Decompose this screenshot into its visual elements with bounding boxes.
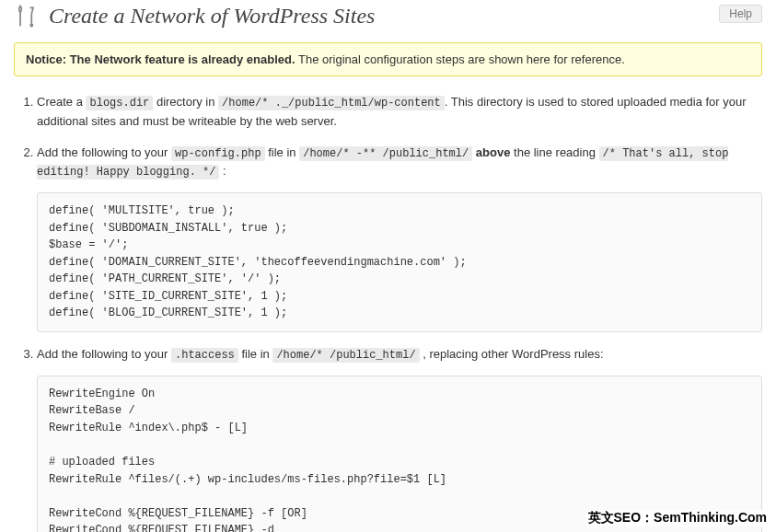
step-2: Add the following to your wp-config.php … bbox=[37, 144, 762, 332]
step-3: Add the following to your .htaccess file… bbox=[37, 345, 762, 532]
title-wrap: Create a Network of WordPress Sites bbox=[14, 2, 375, 29]
notice-strong: Notice: The Network feature is already e… bbox=[26, 52, 295, 66]
watermark: 英文SEO：SemThinking.Com bbox=[586, 510, 769, 526]
tools-icon bbox=[14, 2, 40, 29]
step-2-text-4: the line reading bbox=[510, 145, 598, 159]
wpconfig-code-block: define( 'MULTISITE', true ); define( 'SU… bbox=[37, 192, 762, 332]
page-title: Create a Network of WordPress Sites bbox=[49, 4, 375, 29]
step-3-text-3: , replacing other WordPress rules: bbox=[420, 347, 604, 361]
svg-point-0 bbox=[30, 24, 32, 26]
code-wpconfig: wp-config.php bbox=[171, 146, 265, 161]
help-button-label: Help bbox=[729, 7, 752, 20]
step-2-above: above bbox=[476, 145, 511, 159]
step-3-text-2: file in bbox=[238, 347, 273, 361]
step-2-text-2: file in bbox=[265, 145, 300, 159]
code-wpcontent-path: /home/* ._/public_html/wp-content bbox=[218, 96, 445, 110]
step-1-text-2: directory in bbox=[153, 95, 218, 109]
code-publichtml-path-2: /home/* /public_html/ bbox=[272, 348, 419, 363]
htaccess-code-block: RewriteEngine On RewriteBase / RewriteRu… bbox=[37, 376, 762, 532]
code-blogs-dir: blogs.dir bbox=[86, 96, 153, 110]
code-htaccess: .htaccess bbox=[171, 348, 238, 363]
step-2-text-5: : bbox=[219, 164, 226, 178]
help-button[interactable]: Help bbox=[719, 5, 762, 23]
notice-rest: The original configuration steps are sho… bbox=[295, 52, 625, 66]
header-row: Create a Network of WordPress Sites Help bbox=[14, 0, 762, 29]
notice-box: Notice: The Network feature is already e… bbox=[14, 42, 762, 76]
step-1: Create a blogs.dir directory in /home/* … bbox=[37, 93, 762, 131]
step-1-text-1: Create a bbox=[37, 95, 86, 109]
step-3-text-1: Add the following to your bbox=[37, 347, 171, 361]
code-publichtml-path: /home/* -** /public_html/ bbox=[299, 146, 472, 161]
steps-list: Create a blogs.dir directory in /home/* … bbox=[14, 93, 762, 532]
step-2-text-1: Add the following to your bbox=[37, 145, 171, 159]
